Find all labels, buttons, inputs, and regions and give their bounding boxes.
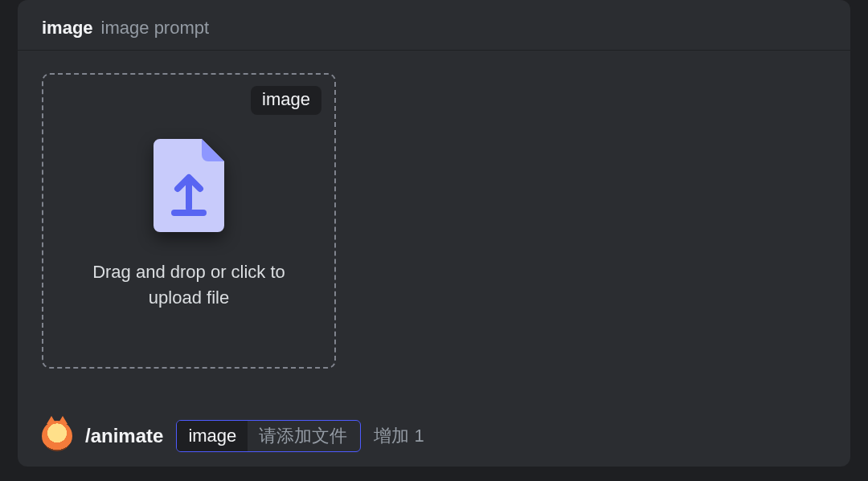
option-name: image — [42, 18, 93, 39]
dropzone-hint: Drag and drop or click to upload file — [84, 259, 293, 311]
option-chip-name: image — [177, 421, 248, 451]
option-description: image prompt — [101, 18, 210, 39]
option-header: image image prompt — [18, 0, 850, 51]
command-input-row: /animate image 请添加文件 增加 1 — [42, 420, 826, 452]
dropzone-type-badge: image — [251, 86, 321, 115]
bot-avatar — [42, 421, 72, 451]
add-option-button[interactable]: 增加 1 — [374, 424, 424, 448]
upload-dropzone[interactable]: image Drag and drop or click to upload f… — [42, 73, 336, 369]
panel-body: image Drag and drop or click to upload f… — [18, 51, 850, 385]
option-chip[interactable]: image 请添加文件 — [176, 420, 361, 452]
upload-file-icon — [154, 139, 224, 232]
slash-command[interactable]: /animate — [85, 425, 163, 447]
command-panel: image image prompt image Drag and drop o… — [18, 0, 850, 467]
option-chip-placeholder: 请添加文件 — [248, 421, 360, 451]
